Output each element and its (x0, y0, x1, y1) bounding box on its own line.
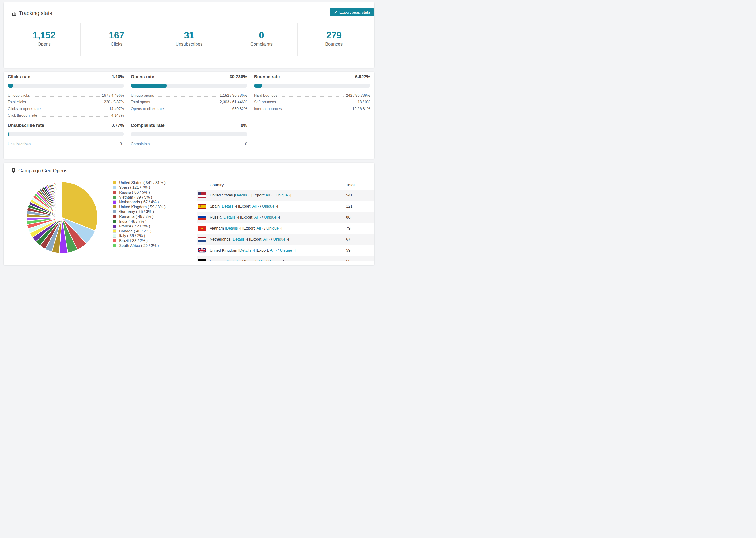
stat-label: Opens to clicks rate (131, 107, 164, 111)
rate-title: Unsubscribe rate (8, 123, 44, 128)
table-row-es: Spain [Details ›] [Export: All › / Uniqu… (197, 201, 374, 212)
stat-label: Clicks to opens rate (8, 107, 41, 111)
legend-label: Italy ( 36 / 2% ) (119, 234, 145, 238)
export-all-link[interactable]: All › (257, 226, 263, 230)
export-unique-link[interactable]: Unique › (273, 237, 288, 241)
summary-value: 279 (326, 30, 342, 41)
rate-block-opens: Opens rate30.736%Unique opens1,152 / 30.… (131, 74, 247, 118)
stat-row: Click through rate4.147% (8, 111, 124, 118)
legend-swatch (113, 239, 116, 242)
geo-country-table: Country Total United States [Details ›] … (197, 181, 374, 261)
total-cell: 55 (346, 259, 350, 261)
stat-value: 2,303 / 61.446% (220, 100, 247, 104)
rate-head: Bounce rate6.927% (254, 74, 370, 79)
legend-swatch (113, 215, 116, 218)
legend-item: India ( 46 / 3% ) (113, 219, 166, 224)
export-unique-link[interactable]: Unique › (268, 259, 283, 261)
summary-stat-bounces: 279Bounces (297, 23, 370, 56)
geo-table-header: Country Total (197, 181, 374, 190)
table-row-de: Germany [Details ›] [Export: All › / Uni… (197, 256, 374, 261)
rate-head: Opens rate30.736% (131, 74, 247, 79)
legend-item: Spain ( 121 / 7% ) (113, 185, 166, 190)
stat-label: Total opens (131, 100, 150, 104)
dotted-leader (28, 103, 102, 103)
stat-value: 14.497% (109, 107, 124, 111)
total-cell: 67 (346, 237, 350, 242)
rate-progress-track (131, 83, 247, 87)
stat-label: Click through rate (8, 113, 37, 118)
rate-progress-fill (131, 83, 166, 87)
export-all-link[interactable]: All › (252, 204, 259, 208)
rate-progress-fill (8, 83, 13, 87)
export-unique-link[interactable]: Unique › (264, 215, 279, 219)
summary-label: Clicks (111, 41, 123, 47)
tracking-stats-header: Tracking stats Export basic stats (4, 2, 374, 23)
rate-progress-fill (254, 83, 262, 87)
export-icon (334, 10, 338, 14)
summary-stat-opens: 1,152Opens (8, 23, 80, 56)
dotted-leader (39, 116, 109, 117)
summary-label: Complaints (250, 41, 273, 47)
rate-rows: Hard bounces242 / 86.738%Soft bounces18 … (254, 91, 370, 111)
rate-progress-track (131, 132, 247, 136)
details-link[interactable]: Details › (222, 204, 236, 208)
export-unique-link[interactable]: Unique › (262, 204, 277, 208)
export-all-link[interactable]: All › (258, 259, 265, 261)
rate-rows: Unique clicks167 / 4.456%Total clicks220… (8, 91, 124, 118)
geo-pie-chart[interactable] (26, 181, 98, 254)
dotted-leader (278, 103, 356, 103)
geo-pie-legend: United States ( 541 / 31% )Spain ( 121 /… (113, 180, 166, 248)
stat-label: Soft bounces (254, 100, 276, 104)
legend-swatch (113, 181, 116, 184)
details-link[interactable]: Details › (226, 226, 240, 230)
export-button-label: Export basic stats (340, 10, 370, 15)
geo-table-body: United States [Details ›] [Export: All ›… (197, 190, 374, 261)
details-link[interactable]: Details › (224, 215, 238, 219)
export-unique-link[interactable]: Unique › (266, 226, 281, 230)
legend-label: United States ( 541 / 31% ) (119, 181, 166, 185)
details-link[interactable]: Details › (235, 193, 249, 197)
export-all-link[interactable]: All › (270, 248, 277, 252)
details-link[interactable]: Details › (228, 259, 242, 261)
export-all-link[interactable]: All › (266, 193, 272, 197)
legend-item: Brazil ( 33 / 2% ) (113, 238, 166, 243)
legend-swatch (113, 210, 116, 213)
flag-es-icon (198, 203, 206, 209)
summary-stat-clicks: 167Clicks (80, 23, 153, 56)
summary-label: Opens (37, 41, 51, 47)
export-all-link[interactable]: All › (254, 215, 261, 219)
pie-slice-64[interactable] (62, 182, 62, 218)
summary-label: Unsubscribes (175, 41, 202, 47)
stat-row: Total opens2,303 / 61.446% (131, 98, 247, 104)
rate-value: 6.927% (355, 74, 370, 79)
rate-block-complaints: Complaints rate0%Complaints0 (131, 123, 247, 146)
table-row-nl: Netherlands [Details ›] [Export: All › /… (197, 234, 374, 245)
export-unique-link[interactable]: Unique › (276, 193, 290, 197)
legend-label: United Kingdom ( 59 / 3% ) (119, 205, 166, 209)
details-link[interactable]: Details › (240, 248, 254, 252)
total-cell: 86 (346, 215, 350, 219)
total-cell: 121 (346, 204, 352, 208)
country-cell: Germany [Details ›] [Export: All › / Uni… (210, 259, 346, 261)
rate-block-unsubscribe: Unsubscribe rate0.77%Unsubscribes31 (8, 123, 124, 146)
geo-section-title: Campaign Geo Opens (18, 168, 67, 174)
export-basic-stats-button[interactable]: Export basic stats (330, 8, 374, 17)
export-all-link[interactable]: All › (263, 237, 270, 241)
details-link[interactable]: Details › (233, 237, 247, 241)
rate-block-clicks: Clicks rate4.46%Unique clicks167 / 4.456… (8, 74, 124, 118)
dotted-leader (32, 96, 100, 97)
country-cell: United Kingdom [Details ›] [Export: All … (210, 248, 346, 252)
flag-nl-icon (198, 237, 206, 242)
stat-value: 220 / 5.87% (104, 100, 124, 104)
stat-value: 1,152 / 30.736% (220, 93, 247, 98)
legend-label: India ( 46 / 3% ) (119, 219, 146, 224)
rate-head: Unsubscribe rate0.77% (8, 123, 124, 128)
summary-value: 1,152 (33, 30, 56, 41)
legend-item: Russia ( 86 / 5% ) (113, 190, 166, 195)
stat-row: Opens to clicks rate689.82% (131, 104, 247, 111)
rate-value: 0% (241, 123, 247, 128)
stat-label: Total clicks (8, 100, 26, 104)
export-unique-link[interactable]: Unique › (280, 248, 295, 252)
flag-ru-icon (198, 215, 206, 220)
rate-progress-fill (8, 132, 9, 136)
